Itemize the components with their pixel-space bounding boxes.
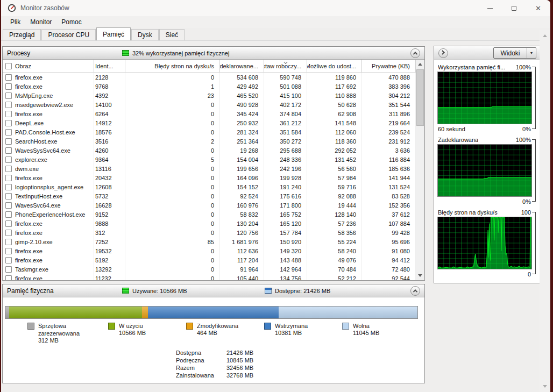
process-name: firefox.exe xyxy=(15,111,42,117)
row-checkbox[interactable] xyxy=(5,129,12,136)
row-checkbox[interactable] xyxy=(5,74,12,81)
cell-3: 58 832 xyxy=(220,210,264,219)
memory-usage-led-icon xyxy=(122,50,129,56)
row-checkbox[interactable] xyxy=(5,83,12,90)
row-checkbox[interactable] xyxy=(5,257,12,263)
row-checkbox[interactable] xyxy=(5,211,12,218)
row-checkbox[interactable] xyxy=(5,202,12,209)
processes-collapse-button[interactable] xyxy=(410,48,420,58)
table-row[interactable]: Taskmgr.exe13292091 964142 96470 48472 4… xyxy=(3,265,416,274)
process-name: firefox.exe xyxy=(15,230,42,236)
row-checkbox[interactable] xyxy=(5,275,12,281)
table-row[interactable]: SearchHost.exe35162251 364350 272118 360… xyxy=(3,137,416,146)
row-checkbox[interactable] xyxy=(5,111,12,117)
row-checkbox[interactable] xyxy=(5,102,12,108)
row-checkbox[interactable] xyxy=(5,239,12,245)
cell-0: firefox.exe xyxy=(3,73,94,82)
table-row[interactable]: PAD.Console.Host.exe185760281 324351 584… xyxy=(3,127,416,137)
scroll-down-icon[interactable] xyxy=(418,274,422,277)
row-checkbox[interactable] xyxy=(5,156,12,163)
menu-item-pomoc[interactable]: Pomoc xyxy=(56,17,86,27)
tab-procesor-cpu[interactable]: Procesor CPU xyxy=(41,29,96,40)
resource-monitor-window: Monitor zasobów ✕ PlikMonitorPomoc Przeg… xyxy=(1,0,550,392)
row-checkbox[interactable] xyxy=(5,147,12,154)
table-row[interactable]: firefox.exe62640345 424374 80462 908311 … xyxy=(3,109,416,118)
table-row[interactable]: logioptionsplus_agent.exe126080154 15219… xyxy=(3,182,416,191)
tab-pamięć[interactable]: Pamięć xyxy=(96,27,131,40)
table-row[interactable]: firefox.exe112320105 440134 75652 21292 … xyxy=(3,274,416,280)
cell-6: 116 884 xyxy=(362,155,416,164)
tab-przegląd[interactable]: Przegląd xyxy=(3,29,41,40)
column-header-2[interactable]: Błędy stron na dysku/s xyxy=(125,60,220,73)
chevron-down-icon[interactable]: ▼ xyxy=(527,48,536,58)
maximize-button[interactable] xyxy=(502,0,526,16)
table-row[interactable]: WavesSysSvc64.exe4260019 268295 688292 0… xyxy=(3,146,416,155)
close-button[interactable]: ✕ xyxy=(526,0,550,16)
cell-5: 141 548 xyxy=(307,118,362,127)
legend-label: Sprzętowa zarezerwowana xyxy=(38,322,96,337)
table-row[interactable]: MsMpEng.exe439223465 520415 100110 88830… xyxy=(3,91,416,100)
views-button[interactable]: Widoki ▼ xyxy=(493,47,536,59)
sidebar-expand-button[interactable] xyxy=(438,48,448,58)
table-row[interactable]: dwm.exe131160199 656242 19656 560185 636 xyxy=(3,164,416,173)
row-checkbox[interactable] xyxy=(5,184,12,190)
row-checkbox[interactable] xyxy=(5,138,12,145)
table-row[interactable]: firefox.exe98880130 204165 12057 236107 … xyxy=(3,219,416,228)
row-checkbox[interactable] xyxy=(5,220,12,227)
table-row[interactable]: gimp-2.10.exe7252851 681 976150 92055 22… xyxy=(3,237,416,246)
table-row[interactable]: firefox.exe21280534 608590 748119 860470… xyxy=(3,73,416,82)
cell-4: 361 212 xyxy=(264,118,307,127)
table-row[interactable]: firefox.exe204320164 096199 92857 984141… xyxy=(3,173,416,182)
table-row[interactable]: WavesSvc64.exe166280160 976171 80019 444… xyxy=(3,201,416,210)
minimize-button[interactable] xyxy=(478,0,502,16)
scroll-down-icon[interactable] xyxy=(543,385,547,388)
column-header-6[interactable]: Prywatne (KB) xyxy=(362,60,416,73)
table-row[interactable]: firefox.exe3120120 756157 78458 35699 42… xyxy=(3,228,416,237)
graph-canvas xyxy=(437,72,532,124)
column-header-1[interactable]: Ident... xyxy=(94,60,125,73)
table-row[interactable]: explorer.exe93645154 004248 336131 45211… xyxy=(3,155,416,164)
column-header-5[interactable]: Możliwe do udost... xyxy=(307,60,362,73)
table-row[interactable]: PhoneExperienceHost.exe9152058 832165 75… xyxy=(3,210,416,219)
row-checkbox[interactable] xyxy=(5,175,12,181)
row-checkbox[interactable] xyxy=(5,266,12,273)
chevron-right-icon xyxy=(440,50,444,54)
column-header-3[interactable]: Zadeklarowane... xyxy=(220,60,264,73)
row-checkbox[interactable] xyxy=(5,120,12,126)
cell-1: 13292 xyxy=(94,265,125,274)
cell-4: 351 584 xyxy=(264,127,307,137)
column-header-label: Prywatne (KB) xyxy=(372,63,410,69)
column-header-4[interactable]: Zestaw roboczy... xyxy=(264,60,307,73)
cell-2: 0 xyxy=(125,164,220,173)
row-checkbox[interactable] xyxy=(5,166,12,172)
select-all-checkbox[interactable] xyxy=(5,63,12,69)
graph-header-row: Wykorzystana pamięć fi...100% xyxy=(434,62,541,72)
tab-sieć[interactable]: Sieć xyxy=(159,29,185,40)
cell-6: 83 528 xyxy=(362,191,416,201)
row-checkbox[interactable] xyxy=(5,193,12,199)
cell-0: firefox.exe xyxy=(3,274,94,280)
table-row[interactable]: msedgewebview2.exe141000490 928402 17250… xyxy=(3,100,416,109)
legend-value: 312 MB xyxy=(38,337,96,344)
table-row[interactable]: DeepL.exe149120250 932361 212141 548219 … xyxy=(3,118,416,127)
table-row[interactable]: TextInputHost.exe5732092 524175 61692 08… xyxy=(3,191,416,201)
table-row[interactable]: firefox.exe195320112 636149 32058 24091 … xyxy=(3,246,416,255)
cell-3: 250 932 xyxy=(220,118,264,127)
physical-memory-collapse-button[interactable] xyxy=(410,286,420,296)
column-header-0[interactable]: Obraz xyxy=(3,60,94,73)
scroll-up-icon[interactable] xyxy=(543,34,547,37)
row-checkbox[interactable] xyxy=(5,230,12,236)
stat-label: Dostępna xyxy=(176,349,226,357)
menu-item-plik[interactable]: Plik xyxy=(5,17,25,27)
row-checkbox[interactable] xyxy=(5,92,12,99)
menu-item-monitor[interactable]: Monitor xyxy=(25,17,56,27)
scroll-up-icon[interactable] xyxy=(418,63,422,66)
cell-2: 0 xyxy=(125,73,220,82)
table-scrollbar[interactable] xyxy=(416,60,424,280)
window-scrollbar[interactable] xyxy=(540,30,550,392)
tab-dysk[interactable]: Dysk xyxy=(131,29,159,40)
table-row[interactable]: firefox.exe97681429 492501 088117 692383… xyxy=(3,82,416,91)
row-checkbox[interactable] xyxy=(5,248,12,254)
table-scrollbar-thumb[interactable] xyxy=(416,69,424,126)
table-row[interactable]: firefox.exe51920117 204143 48849 07694 4… xyxy=(3,255,416,265)
